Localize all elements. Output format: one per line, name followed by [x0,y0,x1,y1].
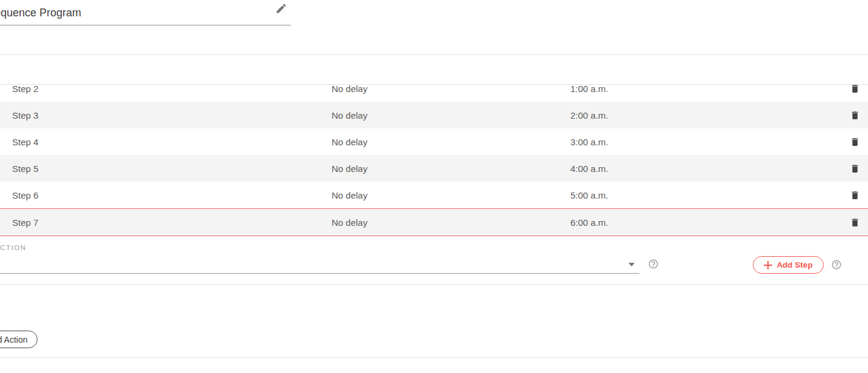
step-name-cell: Step 5 [0,163,332,174]
table-row[interactable]: Step 7 No delay 6:00 a.m. [0,208,868,236]
table-row[interactable]: Step 3 No delay 2:00 a.m. [0,102,868,128]
edit-program-name-button[interactable] [273,0,290,17]
delete-step-button[interactable] [848,108,861,122]
action-field-label: ACTION [0,244,26,251]
action-help-button[interactable] [647,258,659,270]
step-delay-cell: No delay [332,163,570,174]
step-time-cell: 1:00 a.m. [570,84,844,94]
step-delay-cell: No delay [332,137,570,147]
step-time-cell: 6:00 a.m. [570,217,844,228]
table-row[interactable]: Step 6 No delay 5:00 a.m. [0,182,868,208]
delete-step-button[interactable] [848,188,861,202]
table-row[interactable]: Step 2 No delay 1:00 a.m. [0,84,868,102]
step-time-cell: 2:00 a.m. [570,110,844,120]
step-actions-cell [844,162,868,175]
add-step-button[interactable]: Add Step [753,256,824,274]
trash-icon [850,84,860,94]
step-name-cell: Step 2 [0,84,332,94]
table-row[interactable]: Step 4 No delay 3:00 a.m. [0,128,868,155]
footer-divider [0,357,868,358]
step-time-cell: 5:00 a.m. [570,190,844,200]
header-divider [0,54,868,55]
step-delay-cell: No delay [332,84,570,94]
add-action-label: Add Action [0,335,27,345]
pencil-icon [275,2,287,15]
step-actions-cell [844,84,868,95]
step-delay-cell: No delay [332,190,570,200]
step-name-cell: Step 7 [0,217,332,228]
section-divider [0,284,868,285]
step-actions-cell [844,108,868,122]
trash-icon [850,136,860,148]
table-row[interactable]: Step 5 No delay 4:00 a.m. [0,155,868,182]
step-actions-cell [844,188,868,202]
trash-icon [850,163,860,174]
step-name-cell: Step 4 [0,137,332,147]
trash-icon [850,217,860,228]
program-name-text: Sequence Program [0,7,81,19]
delete-step-button[interactable] [848,162,861,175]
delete-step-button[interactable] [848,135,861,148]
question-circle-icon [648,259,659,269]
step-delay-cell: No delay [332,110,570,120]
step-name-cell: Step 3 [0,110,332,120]
trash-icon [850,190,860,201]
step-time-cell: 3:00 a.m. [570,137,844,147]
step-name-cell: Step 6 [0,190,332,200]
steps-table: Step 2 No delay 1:00 a.m. Step 3 No dela… [0,84,868,237]
step-time-cell: 4:00 a.m. [570,163,844,174]
add-step-help-button[interactable] [830,259,843,271]
trash-icon [850,110,860,121]
step-actions-cell [844,135,868,148]
plus-icon [764,261,772,269]
sequence-program-page: Sequence Program Step 2 No delay 1:00 a.… [0,0,868,373]
program-name-field[interactable]: Sequence Program [0,0,291,25]
step-actions-cell [844,216,868,229]
question-circle-icon [831,259,842,270]
add-action-button[interactable]: Add Action [0,331,38,348]
delete-step-button[interactable] [848,84,861,95]
delete-step-button[interactable] [848,216,861,229]
add-step-label: Add Step [776,260,812,269]
step-delay-cell: No delay [332,217,570,228]
action-select[interactable] [0,256,639,274]
